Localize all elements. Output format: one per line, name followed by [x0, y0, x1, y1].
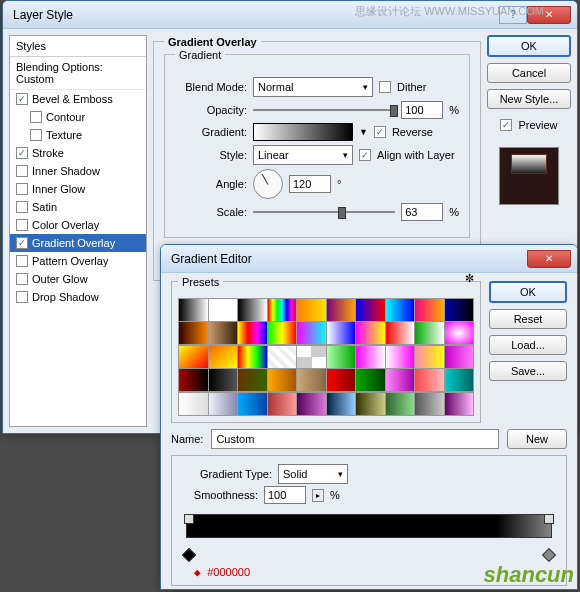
blending-options[interactable]: Blending Options: Custom — [10, 57, 146, 90]
preset-swatch[interactable] — [327, 299, 356, 321]
style-item-pattern-overlay[interactable]: Pattern Overlay — [10, 252, 146, 270]
opacity-slider[interactable] — [253, 101, 395, 119]
ok-button[interactable]: OK — [487, 35, 571, 57]
ge-reset-button[interactable]: Reset — [489, 309, 567, 329]
preset-swatch[interactable] — [297, 346, 326, 368]
gradient-swatch[interactable] — [253, 123, 353, 141]
new-style-button[interactable]: New Style... — [487, 89, 571, 109]
gradient-type-select[interactable]: Solid — [278, 464, 348, 484]
preset-swatch[interactable] — [179, 299, 208, 321]
name-input[interactable] — [211, 429, 499, 449]
ge-save-button[interactable]: Save... — [489, 361, 567, 381]
preset-swatch[interactable] — [209, 346, 238, 368]
preset-swatch[interactable] — [415, 346, 444, 368]
preset-swatch[interactable] — [356, 393, 385, 415]
opacity-input[interactable] — [401, 101, 443, 119]
style-checkbox[interactable] — [16, 255, 28, 267]
preset-swatch[interactable] — [238, 346, 267, 368]
styles-header[interactable]: Styles — [10, 36, 146, 57]
preset-swatch[interactable] — [327, 393, 356, 415]
preset-swatch[interactable] — [445, 299, 474, 321]
preset-swatch[interactable] — [356, 322, 385, 344]
style-item-contour[interactable]: Contour — [10, 108, 146, 126]
preset-swatch[interactable] — [209, 369, 238, 391]
style-item-satin[interactable]: Satin — [10, 198, 146, 216]
style-checkbox[interactable] — [16, 93, 28, 105]
style-checkbox[interactable] — [30, 111, 42, 123]
style-checkbox[interactable] — [30, 129, 42, 141]
cancel-button[interactable]: Cancel — [487, 63, 571, 83]
style-checkbox[interactable] — [16, 291, 28, 303]
gradient-bar[interactable] — [180, 514, 558, 566]
preset-swatch[interactable] — [297, 322, 326, 344]
preset-swatch[interactable] — [238, 369, 267, 391]
smoothness-stepper[interactable]: ▸ — [312, 489, 324, 502]
preset-swatch[interactable] — [297, 299, 326, 321]
preset-swatch[interactable] — [445, 322, 474, 344]
preset-swatch[interactable] — [179, 369, 208, 391]
style-checkbox[interactable] — [16, 183, 28, 195]
preset-swatch[interactable] — [268, 393, 297, 415]
style-item-inner-glow[interactable]: Inner Glow — [10, 180, 146, 198]
style-item-texture[interactable]: Texture — [10, 126, 146, 144]
titlebar[interactable]: Gradient Editor — [161, 245, 577, 273]
style-checkbox[interactable] — [16, 237, 28, 249]
style-item-drop-shadow[interactable]: Drop Shadow — [10, 288, 146, 306]
style-item-bevel-emboss[interactable]: Bevel & Emboss — [10, 90, 146, 108]
preset-swatch[interactable] — [415, 322, 444, 344]
preset-swatch[interactable] — [356, 346, 385, 368]
preset-swatch[interactable] — [179, 322, 208, 344]
preset-swatch[interactable] — [327, 369, 356, 391]
preset-swatch[interactable] — [297, 369, 326, 391]
preset-swatch[interactable] — [179, 393, 208, 415]
reverse-checkbox[interactable] — [374, 126, 386, 138]
color-stop-right[interactable] — [542, 548, 556, 562]
smoothness-input[interactable] — [264, 486, 306, 504]
close-button[interactable] — [527, 250, 571, 268]
style-checkbox[interactable] — [16, 201, 28, 213]
preset-swatch[interactable] — [415, 299, 444, 321]
preset-swatch[interactable] — [238, 393, 267, 415]
preset-swatch[interactable] — [268, 346, 297, 368]
presets-menu-icon[interactable]: ✼ — [465, 272, 474, 285]
preset-swatch[interactable] — [268, 369, 297, 391]
ge-ok-button[interactable]: OK — [489, 281, 567, 303]
style-select[interactable]: Linear — [253, 145, 353, 165]
preset-swatch[interactable] — [327, 322, 356, 344]
scale-input[interactable] — [401, 203, 443, 221]
dither-checkbox[interactable] — [379, 81, 391, 93]
scale-slider[interactable] — [253, 203, 395, 221]
preview-checkbox[interactable] — [500, 119, 512, 131]
opacity-stop-left[interactable] — [184, 514, 194, 524]
preset-swatch[interactable] — [386, 322, 415, 344]
preset-swatch[interactable] — [209, 299, 238, 321]
preset-swatch[interactable] — [327, 346, 356, 368]
style-checkbox[interactable] — [16, 219, 28, 231]
angle-dial[interactable] — [253, 169, 283, 199]
preset-swatch[interactable] — [445, 369, 474, 391]
style-item-outer-glow[interactable]: Outer Glow — [10, 270, 146, 288]
preset-swatch[interactable] — [179, 346, 208, 368]
preset-swatch[interactable] — [209, 393, 238, 415]
angle-input[interactable] — [289, 175, 331, 193]
preset-swatch[interactable] — [238, 322, 267, 344]
style-checkbox[interactable] — [16, 147, 28, 159]
preset-swatch[interactable] — [445, 346, 474, 368]
ge-load-button[interactable]: Load... — [489, 335, 567, 355]
style-checkbox[interactable] — [16, 165, 28, 177]
preset-swatch[interactable] — [356, 299, 385, 321]
style-item-gradient-overlay[interactable]: Gradient Overlay — [10, 234, 146, 252]
preset-swatch[interactable] — [386, 299, 415, 321]
preset-swatch[interactable] — [415, 369, 444, 391]
new-gradient-button[interactable]: New — [507, 429, 567, 449]
style-item-color-overlay[interactable]: Color Overlay — [10, 216, 146, 234]
preset-swatch[interactable] — [297, 393, 326, 415]
preset-swatch[interactable] — [209, 322, 238, 344]
preset-swatch[interactable] — [268, 322, 297, 344]
preset-swatch[interactable] — [268, 299, 297, 321]
preset-swatch[interactable] — [445, 393, 474, 415]
color-stop-left[interactable] — [182, 548, 196, 562]
preset-swatch[interactable] — [238, 299, 267, 321]
blend-mode-select[interactable]: Normal — [253, 77, 373, 97]
preset-swatch[interactable] — [415, 393, 444, 415]
